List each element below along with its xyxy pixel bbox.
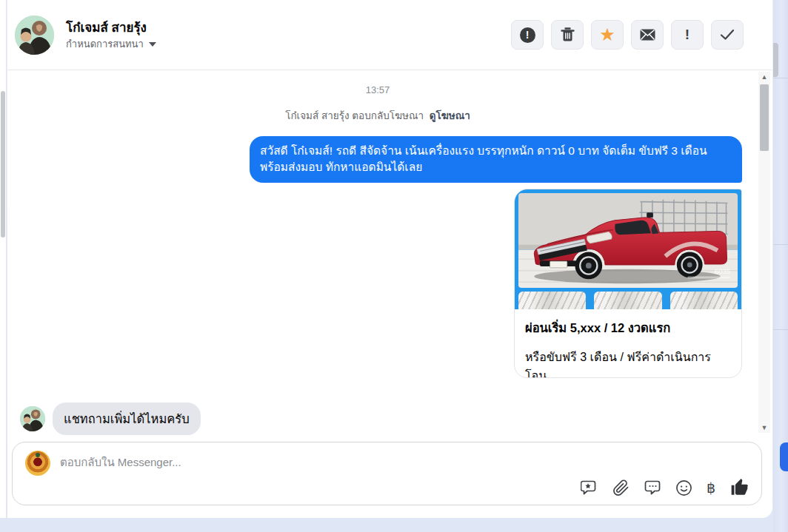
circle-exclamation-icon: !: [520, 27, 535, 43]
system-message: โก๋เจมส์ สายรุ้ง ตอบกลับโฆษณา ดูโฆษณา: [285, 107, 470, 124]
mark-spam-button[interactable]: !: [671, 20, 704, 50]
messenger-inbox-screen: โก๋เจมส์ สายรุ้ง กำหนดการสนทนา ! ★: [0, 0, 788, 532]
delete-button[interactable]: [551, 20, 584, 50]
chat-scrollbar[interactable]: ▲ ▼: [758, 72, 770, 433]
chevron-down-icon: [149, 42, 156, 47]
mark-done-button[interactable]: [711, 20, 744, 50]
outgoing-message-bubble: สวัสดี โก๋เจมส์! รถดี สีจัดจ้าน เน้นเครื…: [250, 136, 742, 183]
emoji-button[interactable]: [675, 479, 692, 496]
saved-replies-button[interactable]: [581, 479, 598, 496]
contact-avatar: [15, 16, 54, 55]
header-actions: ! ★: [511, 20, 744, 50]
comment-button[interactable]: [644, 479, 661, 496]
star-icon: ★: [599, 26, 615, 44]
attachment-card-body: ผ่อนเริ่ม 5,xxx / 12 งวดแรก หรือขับฟรี 3…: [515, 309, 741, 378]
trash-icon: [561, 27, 575, 42]
reply-composer: ฿: [12, 442, 762, 505]
follow-up-button[interactable]: ★: [591, 20, 624, 50]
scroll-up-arrow-icon[interactable]: ▲: [758, 72, 770, 82]
page-avatar: [25, 451, 50, 476]
envelope-icon: [640, 29, 655, 41]
like-button[interactable]: [729, 478, 749, 497]
conversation-list-edge: [0, 0, 7, 518]
right-panel-divider: [773, 78, 788, 78]
attachment-card-subtitle: หรือขับฟรี 3 เดือน / ฟรีค่าดำเนินการโอน: [525, 348, 731, 378]
incoming-message-bubble: แชทถามเพิ่มได้ไหมครับ: [53, 403, 201, 435]
photo-thumbnails: [518, 292, 738, 309]
conversation-schedule-dropdown[interactable]: กำหนดการสนทนา: [66, 36, 156, 52]
attachment-card: 6035 ผ่อนเริ่ม 5,xxx / 12 งวดแรก หรือขับ…: [514, 189, 742, 378]
attachment-card-title: ผ่อนเริ่ม 5,xxx / 12 งวดแรก: [525, 318, 731, 337]
payment-button[interactable]: ฿: [707, 479, 715, 496]
conversation-list-scrollbar-thumb[interactable]: [1, 91, 5, 238]
photo-thumbnail-2: [594, 292, 661, 309]
photo-thumbnail-1: [518, 292, 586, 309]
smiley-icon: [675, 479, 692, 496]
truck-photo: 6035: [518, 193, 738, 288]
photo-watermark: 6035: [715, 267, 731, 275]
check-icon: [720, 29, 735, 41]
reply-input[interactable]: [60, 452, 747, 471]
scroll-down-arrow-icon[interactable]: ▼: [758, 422, 770, 433]
bubble-star-icon: [581, 479, 598, 496]
side-panel-button[interactable]: [780, 442, 788, 471]
right-panel-scrollbar-thumb[interactable]: [773, 43, 778, 77]
view-ad-link[interactable]: ดูโฆษณา: [430, 110, 470, 121]
paperclip-icon: [612, 479, 630, 496]
thumbs-up-icon: [729, 478, 749, 497]
exclamation-icon: !: [685, 27, 690, 43]
baht-icon: ฿: [707, 479, 715, 496]
photo-thumbnail-3: [670, 292, 738, 309]
chat-scrollbar-thumb[interactable]: [760, 84, 769, 151]
right-panel-divider: [773, 329, 788, 330]
message-timestamp: 13:57: [366, 84, 390, 95]
incoming-avatar: [20, 406, 45, 431]
mark-unread-button[interactable]: [631, 20, 664, 50]
incoming-message-row: แชทถามเพิ่มได้ไหมครับ: [20, 403, 201, 435]
attachment-photo[interactable]: 6035: [515, 189, 741, 309]
attach-file-button[interactable]: [612, 479, 630, 496]
conversation-schedule-label: กำหนดการสนทนา: [66, 36, 144, 52]
right-panel-divider: [773, 244, 788, 245]
conversation-header: โก๋เจมส์ สายรุ้ง กำหนดการสนทนา ! ★: [7, 0, 772, 70]
system-message-text: โก๋เจมส์ สายรุ้ง ตอบกลับโฆษณา: [285, 110, 424, 121]
report-button[interactable]: !: [511, 20, 544, 50]
chat-panel: โก๋เจมส์ สายรุ้ง กำหนดการสนทนา ! ★: [7, 0, 772, 518]
composer-tools: ฿: [581, 478, 749, 497]
bubble-dots-icon: [644, 479, 661, 496]
chat-scroll-area: 13:57 โก๋เจมส์ สายรุ้ง ตอบกลับโฆษณา ดูโฆ…: [13, 71, 742, 435]
contact-name: โก๋เจมส์ สายรุ้ง: [66, 17, 147, 37]
